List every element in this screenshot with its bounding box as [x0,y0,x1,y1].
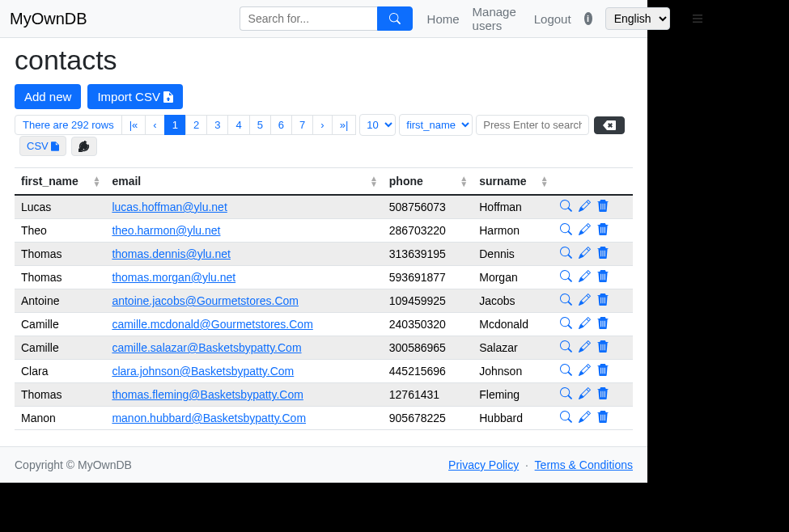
view-button[interactable] [560,247,572,259]
info-icon[interactable]: i [584,12,592,25]
edit-icon [579,317,591,329]
trash-icon [597,340,609,353]
email-link[interactable]: camille.salazar@Basketsbypatty.Com [112,341,301,354]
table-row: Thomasthomas.dennis@ylu.net313639195Denn… [15,243,633,266]
delete-button[interactable] [597,223,609,235]
add-new-button[interactable]: Add new [15,84,81,109]
cell-first-name: Manon [15,407,105,430]
edit-icon [579,223,591,235]
edit-button[interactable] [579,317,591,329]
search-icon [560,200,572,212]
email-link[interactable]: antoine.jacobs@Gourmetstores.Com [112,294,299,307]
brand-logo: MyOwnDB [10,10,233,28]
edit-button[interactable] [579,200,591,212]
table-search-input[interactable] [476,115,589,135]
edit-button[interactable] [579,364,591,376]
edit-button[interactable] [579,387,591,399]
cell-phone: 905678225 [383,407,473,430]
trash-icon [597,411,609,423]
refresh-button[interactable] [71,137,97,156]
table-row: Claraclara.johnson@Basketsbypatty.Com445… [15,360,633,383]
delete-button[interactable] [597,364,609,376]
search-input[interactable] [240,6,377,31]
language-select[interactable]: English [605,7,670,30]
nav-home[interactable]: Home [427,12,460,26]
page-3[interactable]: 3 [206,115,228,135]
view-button[interactable] [560,223,572,235]
page-6[interactable]: 6 [270,115,292,135]
delete-button[interactable] [597,340,609,353]
email-link[interactable]: thomas.morgan@ylu.net [112,271,235,284]
page-2[interactable]: 2 [185,115,207,135]
view-button[interactable] [560,340,572,353]
nav-logout[interactable]: Logout [534,12,571,26]
delete-button[interactable] [597,247,609,259]
view-button[interactable] [560,200,572,212]
page-next[interactable]: › [312,115,332,135]
view-button[interactable] [560,364,572,376]
edit-icon [579,340,591,353]
cell-first-name: Camille [15,313,105,336]
col-first-name[interactable]: first_name▲▼ [15,168,105,196]
nav-links: Home Manage users Logout i English [427,5,707,32]
col-surname[interactable]: surname▲▼ [473,168,553,196]
edit-button[interactable] [579,340,591,353]
view-button[interactable] [560,293,572,306]
page-5[interactable]: 5 [249,115,271,135]
cell-phone: 300586965 [383,336,473,360]
delete-button[interactable] [597,293,609,306]
view-button[interactable] [560,317,572,329]
edit-button[interactable] [579,270,591,282]
edit-icon [579,247,591,259]
global-search [240,6,413,31]
page-7[interactable]: 7 [291,115,313,135]
delete-button[interactable] [597,200,609,212]
page-4[interactable]: 4 [227,115,249,135]
edit-button[interactable] [579,411,591,423]
privacy-link[interactable]: Privacy Policy [448,458,519,471]
edit-button[interactable] [579,223,591,235]
delete-button[interactable] [597,270,609,282]
view-button[interactable] [560,270,572,282]
email-link[interactable]: manon.hubbard@Basketsbypatty.Com [112,412,306,424]
sort-icon: ▲▼ [460,175,468,187]
main-content: contacts Add new Import CSV There are 29… [0,38,647,446]
delete-button[interactable] [597,387,609,399]
nav-manage-users[interactable]: Manage users [473,5,521,32]
table-row: Theotheo.harmon@ylu.net286703220Harmon [15,219,633,243]
col-phone[interactable]: phone▲▼ [383,168,473,196]
hamburger-icon[interactable] [688,9,707,28]
email-link[interactable]: lucas.hoffman@ylu.net [112,201,227,213]
sort-icon: ▲▼ [93,175,101,187]
email-link[interactable]: thomas.fleming@Basketsbypatty.Com [112,388,303,401]
col-email[interactable]: email▲▼ [105,168,382,196]
page-last[interactable]: »| [332,115,357,135]
copyright: Copyright © MyOwnDB [15,458,132,471]
email-link[interactable]: thomas.dennis@ylu.net [112,247,231,260]
cell-first-name: Camille [15,336,105,360]
sort-field-select[interactable]: first_name [399,114,473,136]
email-link[interactable]: theo.harmon@ylu.net [112,224,220,237]
view-button[interactable] [560,387,572,399]
cell-surname: Salazar [473,336,553,360]
view-button[interactable] [560,411,572,423]
terms-link[interactable]: Terms & Conditions [535,458,633,471]
edit-button[interactable] [579,293,591,306]
email-link[interactable]: camille.mcdonald@Gourmetstores.Com [112,318,312,331]
export-csv-button[interactable]: CSV [19,136,66,156]
search-button[interactable] [377,6,413,31]
cell-phone: 240350320 [383,313,473,336]
page-1[interactable]: 1 [164,115,186,135]
rows-count: There are 292 rows [15,115,122,135]
page-size-select[interactable]: 10 [359,114,396,136]
trash-icon [597,247,609,259]
import-csv-button[interactable]: Import CSV [87,84,183,109]
page-prev[interactable]: ‹ [145,115,164,135]
delete-button[interactable] [597,317,609,329]
delete-button[interactable] [597,411,609,423]
edit-button[interactable] [579,247,591,259]
page-first[interactable]: |« [121,115,146,135]
email-link[interactable]: clara.johnson@Basketsbypatty.Com [112,365,294,378]
edit-icon [579,293,591,306]
clear-search-button[interactable] [594,116,625,134]
